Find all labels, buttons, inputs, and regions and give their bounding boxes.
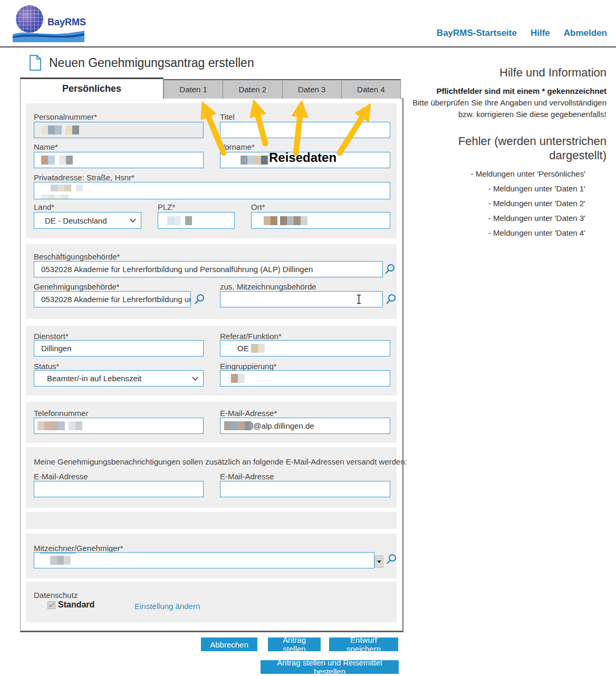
standard-option-label: Standard bbox=[58, 600, 94, 610]
tab-daten-1[interactable]: Daten 1 bbox=[163, 79, 223, 99]
dienstort-field[interactable]: Dillingen bbox=[34, 340, 204, 356]
nav-startseite[interactable]: BayRMS-Startseite bbox=[437, 28, 517, 38]
logo-text: BayRMS bbox=[47, 17, 86, 28]
email-field[interactable]: l@alp.dillingen.de bbox=[220, 418, 390, 434]
redacted-value bbox=[231, 374, 245, 383]
section-empty bbox=[26, 512, 397, 529]
plz-label: PLZ* bbox=[158, 202, 175, 211]
datenschutz-label: Datenschutz bbox=[34, 591, 78, 600]
error-message: - Meldungen unter 'Daten 4' bbox=[405, 228, 607, 237]
dropdown-arrow-icon bbox=[377, 561, 381, 563]
tab-persoenliches[interactable]: Persönliches bbox=[20, 78, 163, 99]
beschaeftigungsbehoerde-field[interactable]: 0532028 Akademie für Lehrerfortbildung u… bbox=[34, 261, 383, 277]
search-icon[interactable] bbox=[194, 294, 205, 305]
redacted-value bbox=[224, 421, 252, 430]
email-extra2-label: E-Mail-Adresse bbox=[220, 472, 274, 481]
land-select[interactable]: DE - Deutschland bbox=[34, 212, 141, 229]
search-icon[interactable] bbox=[386, 554, 397, 565]
telefonnummer-field[interactable] bbox=[34, 418, 204, 434]
standard-checkbox[interactable] bbox=[47, 601, 55, 609]
status-select[interactable]: Beamter/-in auf Lebenszeit bbox=[34, 370, 204, 387]
redacted-value bbox=[251, 344, 265, 353]
search-icon[interactable] bbox=[384, 264, 396, 275]
personalnummer-label: Personalnummer* bbox=[34, 112, 97, 121]
error-message: - Meldungen unter 'Daten 1' bbox=[405, 184, 607, 193]
wave-graphic bbox=[13, 27, 84, 42]
tab-daten-2[interactable]: Daten 2 bbox=[223, 79, 282, 99]
chevron-down-icon bbox=[130, 218, 136, 223]
check-note: Bitte überprüfen Sie Ihre Angaben und ve… bbox=[405, 97, 607, 120]
reisedaten-annotation: Reisedaten bbox=[269, 150, 336, 165]
genehmigungsbehoerde-label: Genehmigungsbehörde* bbox=[34, 282, 120, 291]
redacted-value bbox=[41, 125, 79, 134]
email-extra1-field[interactable] bbox=[34, 481, 204, 497]
dienstort-label: Dienstort* bbox=[34, 332, 69, 341]
error-message: - Meldungen unter 'Daten 2' bbox=[405, 199, 607, 208]
tab-bar: Daten 1 Daten 2 Daten 3 Daten 4 bbox=[163, 79, 401, 99]
help-title: Hilfe und Information bbox=[405, 66, 607, 80]
top-nav: BayRMS-Startseite Hilfe Abmelden bbox=[437, 28, 607, 38]
document-icon bbox=[29, 55, 42, 71]
einstellung-aendern-link[interactable]: Einstellung ändern bbox=[134, 602, 200, 611]
vorname-label: Vorname* bbox=[220, 142, 255, 151]
mitzeichner-label: Mitzeichner/Genehmiger* bbox=[34, 544, 123, 553]
referat-label: Referat/Funktion* bbox=[220, 332, 282, 341]
redacted-value bbox=[41, 184, 83, 199]
text-cursor-icon bbox=[356, 294, 362, 304]
land-label: Land* bbox=[34, 202, 54, 211]
chevron-down-icon bbox=[192, 376, 198, 381]
mitzeichnungsbehoerde-label: zus. Mitzeichnungsbehörde bbox=[220, 282, 316, 291]
beschaeftigungsbehoerde-label: Beschäftigungsbehörde* bbox=[34, 252, 120, 261]
antrag-stellen-button[interactable]: Antrag stellen bbox=[268, 638, 321, 651]
tab-daten-3[interactable]: Daten 3 bbox=[283, 79, 342, 99]
referat-field[interactable]: OE bbox=[220, 340, 390, 356]
error-title: Fehler (werden unterstrichen dargestellt… bbox=[405, 134, 607, 163]
check-icon bbox=[49, 603, 54, 607]
dropdown-button[interactable] bbox=[374, 555, 383, 568]
eingruppierung-field[interactable] bbox=[220, 370, 390, 387]
titel-field[interactable] bbox=[220, 122, 390, 138]
nav-abmelden[interactable]: Abmelden bbox=[564, 28, 607, 38]
status-label: Status* bbox=[34, 362, 59, 371]
nav-hilfe[interactable]: Hilfe bbox=[531, 28, 550, 38]
email-extra2-field[interactable] bbox=[220, 481, 390, 497]
telefonnummer-label: Telefonnummer bbox=[34, 409, 88, 418]
eingruppierung-label: Eingruppierung* bbox=[220, 362, 277, 371]
abbrechen-button[interactable]: Abbrechen bbox=[201, 638, 257, 651]
titel-label: Titel bbox=[220, 112, 235, 121]
page-title: Neuen Genehmigungsantrag erstellen bbox=[49, 56, 254, 70]
personalnummer-field[interactable] bbox=[34, 122, 204, 138]
bayrms-logo: BayRMS bbox=[13, 3, 84, 42]
ort-label: Ort* bbox=[251, 202, 265, 211]
help-sidebar: Hilfe und Information Pflichtfelder sind… bbox=[405, 66, 607, 243]
antrag-reisemittel-button[interactable]: Antrag stellen und Reisemittel bestellen bbox=[261, 660, 399, 674]
header-divider bbox=[0, 46, 616, 47]
bayrms-page: BayRMS BayRMS-Startseite Hilfe Abmelden … bbox=[0, 0, 616, 676]
privatadresse-label: Privatadresse: Straße, Hsnr* bbox=[34, 173, 134, 182]
privatadresse-field[interactable] bbox=[34, 182, 390, 199]
required-note: Pflichtfelder sind mit einem * gekennzei… bbox=[405, 86, 607, 95]
error-message: - Meldungen unter 'Persönliches' bbox=[405, 169, 607, 178]
redacted-value bbox=[37, 421, 82, 430]
ort-field[interactable] bbox=[251, 212, 390, 229]
genehmigungsbehoerde-field[interactable]: 0532028 Akademie für Lehrerfortbildung u… bbox=[34, 291, 191, 307]
mitzeichner-field[interactable] bbox=[34, 552, 374, 568]
search-icon[interactable] bbox=[385, 294, 397, 305]
notify-text: Meine Genehmigungsbenachrichtigungen sol… bbox=[34, 457, 407, 466]
redacted-value bbox=[41, 156, 73, 165]
tab-daten-4[interactable]: Daten 4 bbox=[342, 79, 401, 99]
autocomplete-hint-line bbox=[40, 553, 76, 554]
redacted-value bbox=[240, 156, 268, 165]
email-label: E-Mail-Adresse* bbox=[220, 409, 277, 418]
email-extra1-label: E-Mail-Adresse bbox=[34, 472, 88, 481]
redacted-value bbox=[167, 216, 192, 225]
redacted-value bbox=[264, 216, 307, 225]
error-message: - Meldungen unter 'Daten 3' bbox=[405, 214, 607, 223]
plz-field[interactable] bbox=[158, 212, 235, 229]
redacted-value bbox=[50, 556, 71, 565]
name-field[interactable] bbox=[34, 152, 204, 168]
entwurf-speichern-button[interactable]: Entwurf speichern bbox=[329, 638, 398, 651]
name-label: Name* bbox=[34, 142, 58, 151]
